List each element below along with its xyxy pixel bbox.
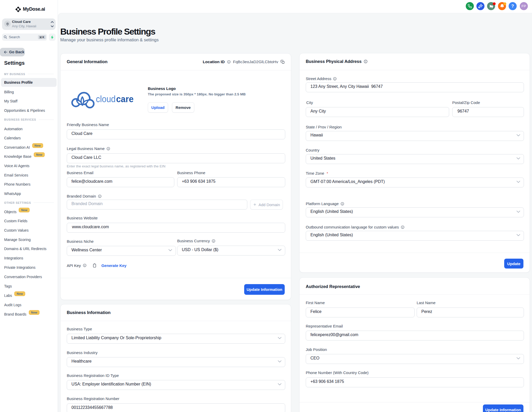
svg-text:care: care — [116, 94, 134, 104]
svg-text:cloud: cloud — [96, 94, 116, 104]
